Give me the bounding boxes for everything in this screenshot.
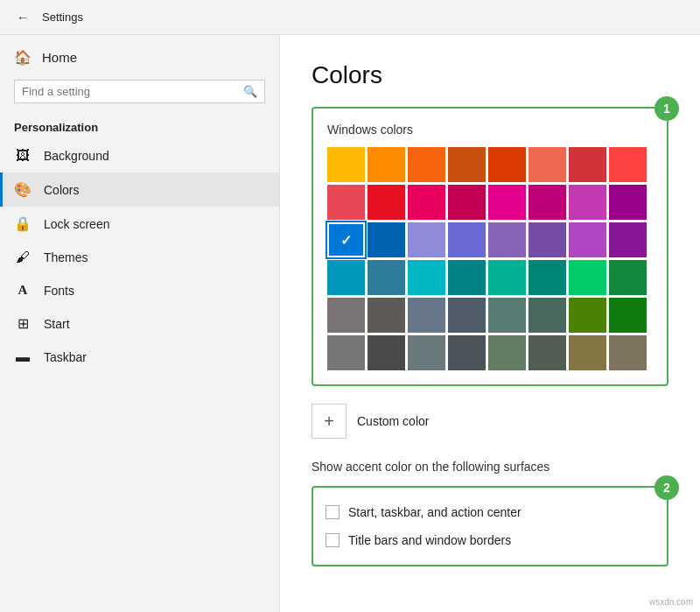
title-bars-label: Title bars and window borders bbox=[348, 533, 511, 547]
color-swatch[interactable] bbox=[368, 222, 405, 257]
page-title: Colors bbox=[312, 61, 668, 89]
color-swatch[interactable] bbox=[327, 185, 365, 220]
color-swatch[interactable] bbox=[569, 222, 606, 257]
color-row bbox=[327, 335, 653, 370]
plus-icon[interactable]: + bbox=[312, 404, 346, 439]
color-swatch[interactable] bbox=[569, 147, 606, 182]
custom-color-label: Custom color bbox=[357, 414, 429, 428]
color-row bbox=[327, 298, 653, 333]
sidebar-item-fonts[interactable]: A Fonts bbox=[0, 274, 279, 306]
sidebar-item-background-label: Background bbox=[44, 149, 109, 163]
color-swatch[interactable] bbox=[408, 185, 445, 220]
badge-1: 1 bbox=[654, 96, 679, 121]
badge-2: 2 bbox=[654, 475, 679, 500]
sidebar-item-colors-label: Colors bbox=[44, 183, 79, 197]
sidebar-item-lockscreen-label: Lock screen bbox=[44, 217, 109, 231]
color-swatch[interactable] bbox=[528, 260, 566, 295]
color-swatch[interactable] bbox=[448, 147, 486, 182]
sidebar-item-taskbar[interactable]: ▬ Taskbar bbox=[0, 341, 279, 374]
color-swatch[interactable] bbox=[408, 335, 445, 370]
color-swatch[interactable] bbox=[528, 185, 566, 220]
color-swatch[interactable] bbox=[327, 147, 365, 182]
sidebar-item-themes-label: Themes bbox=[44, 250, 88, 264]
color-swatch[interactable] bbox=[609, 222, 647, 257]
color-swatch[interactable] bbox=[569, 185, 606, 220]
main-container: 🏠 Home 🔍 Personalization 🖼 Background 🎨 … bbox=[0, 35, 700, 612]
lockscreen-icon: 🔒 bbox=[14, 215, 32, 232]
color-swatch[interactable] bbox=[327, 298, 365, 333]
sidebar-item-lockscreen[interactable]: 🔒 Lock screen bbox=[0, 207, 279, 241]
search-box[interactable]: 🔍 bbox=[14, 80, 265, 103]
checkbox-row-start: Start, taskbar, and action center bbox=[326, 498, 654, 526]
sidebar-home[interactable]: 🏠 Home bbox=[0, 42, 279, 73]
color-swatch[interactable] bbox=[368, 335, 405, 370]
color-swatch[interactable] bbox=[569, 260, 606, 295]
color-swatch[interactable] bbox=[448, 298, 486, 333]
checkbox-row-titlebars: Title bars and window borders bbox=[326, 526, 654, 554]
start-taskbar-checkbox[interactable] bbox=[326, 505, 340, 519]
home-icon: 🏠 bbox=[14, 49, 32, 66]
color-swatch[interactable] bbox=[609, 298, 647, 333]
color-swatch[interactable] bbox=[528, 147, 566, 182]
themes-icon: 🖌 bbox=[14, 250, 32, 265]
color-swatch[interactable] bbox=[448, 335, 486, 370]
color-swatch[interactable] bbox=[408, 298, 445, 333]
color-swatch[interactable] bbox=[609, 185, 647, 220]
color-swatch[interactable] bbox=[327, 335, 365, 370]
colors-icon: 🎨 bbox=[14, 181, 32, 198]
watermark: wsxdn.com bbox=[649, 597, 693, 607]
background-icon: 🖼 bbox=[14, 148, 32, 164]
color-row bbox=[327, 147, 653, 182]
color-swatch[interactable] bbox=[448, 222, 486, 257]
home-label: Home bbox=[42, 50, 77, 65]
color-swatch[interactable] bbox=[448, 260, 486, 295]
fonts-icon: A bbox=[14, 283, 32, 298]
title-bar: ← Settings bbox=[0, 0, 700, 35]
custom-color-row[interactable]: + Custom color bbox=[312, 404, 668, 439]
color-swatch[interactable] bbox=[327, 260, 365, 295]
sidebar-item-taskbar-label: Taskbar bbox=[44, 350, 87, 364]
accent-options-box: 2 Start, taskbar, and action center Titl… bbox=[312, 486, 668, 566]
windows-colors-box: 1 Windows colors bbox=[312, 107, 668, 386]
color-swatch[interactable] bbox=[528, 298, 566, 333]
color-swatch[interactable] bbox=[609, 260, 647, 295]
color-swatch[interactable] bbox=[609, 147, 647, 182]
color-swatch[interactable] bbox=[569, 335, 606, 370]
windows-colors-label: Windows colors bbox=[327, 123, 653, 137]
color-swatch[interactable] bbox=[488, 147, 526, 182]
color-swatch[interactable] bbox=[368, 298, 405, 333]
content-area: Colors 1 Windows colors + Custom color S… bbox=[280, 35, 700, 612]
taskbar-icon: ▬ bbox=[14, 349, 32, 365]
color-swatch[interactable] bbox=[569, 298, 606, 333]
color-swatch[interactable] bbox=[368, 185, 405, 220]
sidebar: 🏠 Home 🔍 Personalization 🖼 Background 🎨 … bbox=[0, 35, 280, 612]
search-input[interactable] bbox=[22, 85, 243, 98]
color-swatch[interactable] bbox=[408, 147, 445, 182]
color-swatch[interactable] bbox=[327, 222, 365, 257]
color-swatch[interactable] bbox=[488, 222, 526, 257]
app-title: Settings bbox=[42, 11, 83, 24]
color-swatch[interactable] bbox=[488, 185, 526, 220]
sidebar-item-start[interactable]: ⊞ Start bbox=[0, 306, 279, 341]
color-row bbox=[327, 222, 653, 257]
color-swatch[interactable] bbox=[528, 222, 566, 257]
color-swatch[interactable] bbox=[368, 147, 405, 182]
color-swatch[interactable] bbox=[408, 260, 445, 295]
color-swatch[interactable] bbox=[488, 335, 526, 370]
color-swatch[interactable] bbox=[408, 222, 445, 257]
color-swatch[interactable] bbox=[609, 335, 647, 370]
back-button[interactable]: ← bbox=[10, 5, 35, 30]
sidebar-item-colors[interactable]: 🎨 Colors bbox=[0, 172, 279, 207]
color-swatch[interactable] bbox=[368, 260, 405, 295]
sidebar-item-background[interactable]: 🖼 Background bbox=[0, 139, 279, 172]
color-swatch[interactable] bbox=[488, 260, 526, 295]
color-swatch[interactable] bbox=[448, 185, 486, 220]
title-bars-checkbox[interactable] bbox=[326, 533, 340, 547]
color-grid bbox=[327, 147, 653, 370]
start-taskbar-label: Start, taskbar, and action center bbox=[348, 505, 522, 519]
color-row bbox=[327, 260, 653, 295]
color-swatch[interactable] bbox=[528, 335, 566, 370]
color-swatch[interactable] bbox=[488, 298, 526, 333]
start-icon: ⊞ bbox=[14, 315, 32, 332]
sidebar-item-themes[interactable]: 🖌 Themes bbox=[0, 241, 279, 274]
